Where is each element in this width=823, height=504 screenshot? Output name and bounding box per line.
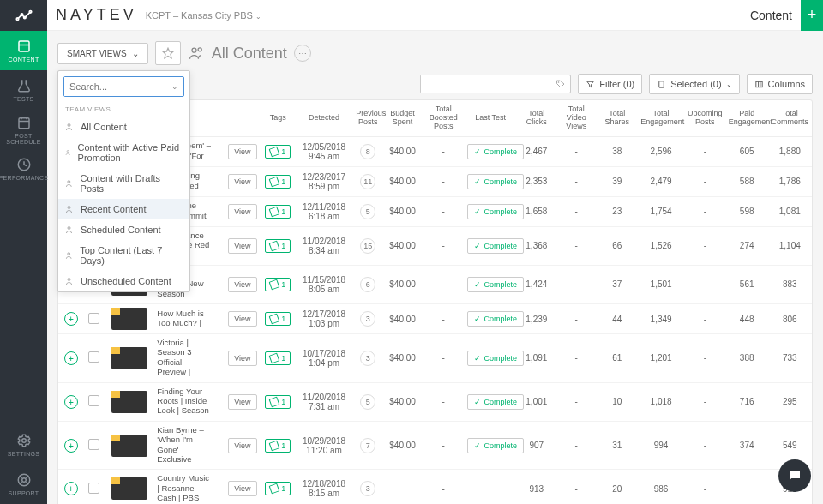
rail-label: CONTENT <box>9 57 39 63</box>
row-checkbox[interactable] <box>88 395 99 406</box>
svg-point-21 <box>68 124 70 127</box>
tag-count[interactable]: 1 <box>265 239 291 253</box>
th-com[interactable]: Total Comments <box>768 100 812 136</box>
thumbnail[interactable] <box>111 435 147 457</box>
rail-schedule[interactable]: POST SCHEDULE <box>0 110 47 149</box>
view-button[interactable]: View <box>228 277 256 292</box>
view-option[interactable]: Unscheduled Content <box>58 271 189 291</box>
view-button[interactable]: View <box>228 238 256 254</box>
topnav-content[interactable]: Content <box>750 9 792 22</box>
view-button[interactable]: View <box>228 204 256 219</box>
rail-tests[interactable]: TESTS <box>0 70 47 110</box>
rail-content[interactable]: CONTENT <box>0 31 47 70</box>
thumbnail[interactable] <box>111 347 147 369</box>
th-prev[interactable]: Previous Posts <box>353 100 382 136</box>
content-title[interactable]: Country Music | Rosanne Cash | PBS <box>157 473 212 502</box>
view-option[interactable]: Top Content (Last 7 Days) <box>58 240 189 271</box>
view-button[interactable]: View <box>228 174 256 189</box>
view-option[interactable]: Content with Drafts Posts <box>58 168 189 199</box>
tag-count[interactable]: 1 <box>265 351 291 365</box>
chat-widget[interactable] <box>778 459 811 492</box>
tag-count[interactable]: 1 <box>265 439 291 453</box>
more-menu[interactable]: ⋯ <box>294 45 311 62</box>
columns-button[interactable]: Columns <box>747 74 813 94</box>
view-button[interactable]: View <box>228 311 256 327</box>
tag-count[interactable]: 1 <box>265 205 291 219</box>
th-eng[interactable]: Total Engagement <box>638 100 684 136</box>
content-title[interactable]: Victoria | Season 3 Official Preview | <box>157 338 212 377</box>
content-search-input[interactable] <box>421 75 550 93</box>
th-video[interactable]: Total Video Views <box>556 100 596 136</box>
thumbnail[interactable] <box>111 308 147 330</box>
view-option[interactable]: Content with Active Paid Promotion <box>58 137 189 168</box>
th-boosted[interactable]: Total Boosted Posts <box>423 100 465 136</box>
tag-count[interactable]: 1 <box>265 395 291 409</box>
video-cell: - <box>556 421 596 470</box>
tag-filter-button[interactable] <box>550 75 570 93</box>
view-button[interactable]: View <box>228 351 256 366</box>
eng-cell: 1,349 <box>638 304 684 334</box>
tag-count[interactable]: 1 <box>265 278 291 291</box>
budget-cell: $40.00 <box>382 334 422 383</box>
content-title[interactable]: Kian Byrne – 'When I'm Gone' Exclusive <box>157 425 212 465</box>
th-last[interactable]: Last Test <box>465 100 517 136</box>
view-button[interactable]: View <box>228 144 256 159</box>
views-search-input[interactable] <box>64 77 166 96</box>
content-title[interactable]: How Much is Too Much? | <box>157 309 212 328</box>
th-clicks[interactable]: Total Clicks <box>517 100 556 136</box>
view-option[interactable]: Recent Content <box>58 199 189 219</box>
th-up[interactable]: Upcoming Posts <box>684 100 726 136</box>
tag-count[interactable]: 1 <box>265 312 291 326</box>
thumbnail[interactable] <box>111 477 147 500</box>
favorite-button[interactable] <box>155 41 181 65</box>
rail-performance[interactable]: PERFORMANCE <box>0 149 47 189</box>
row-checkbox[interactable] <box>88 313 99 324</box>
add-row-button[interactable]: + <box>64 482 78 495</box>
boosted-cell: - <box>423 304 465 334</box>
paid-cell: 598 <box>726 196 768 226</box>
shares-cell: 20 <box>596 470 638 504</box>
view-option[interactable]: All Content <box>58 117 189 137</box>
tag-count[interactable]: 1 <box>265 145 291 159</box>
tag-count[interactable]: 1 <box>265 482 291 495</box>
row-checkbox[interactable] <box>88 483 99 494</box>
rail-settings[interactable]: SETTINGS <box>0 425 47 465</box>
view-button[interactable]: View <box>228 481 256 496</box>
view-button[interactable]: View <box>228 394 256 410</box>
shares-cell: 37 <box>596 265 638 303</box>
org-switcher[interactable]: KCPT – Kansas City PBS ⌄ <box>146 10 261 21</box>
row-checkbox[interactable] <box>88 439 99 450</box>
th-budget[interactable]: Budget Spent <box>382 100 422 136</box>
content-title[interactable]: Finding Your Roots | Inside Look | Seaso… <box>157 387 212 416</box>
com-cell: 883 <box>768 265 812 303</box>
add-row-button[interactable]: + <box>64 312 78 326</box>
rail-support[interactable]: SUPPORT <box>0 465 47 504</box>
row-checkbox[interactable] <box>88 351 99 363</box>
th-detected[interactable]: Detected <box>295 100 353 136</box>
budget-cell: $40.00 <box>382 382 422 421</box>
th-paid[interactable]: Paid Engagement <box>726 100 768 136</box>
up-cell: - <box>684 265 726 303</box>
svg-line-16 <box>19 482 21 484</box>
add-row-button[interactable]: + <box>64 439 78 453</box>
selected-button[interactable]: Selected (0) ⌄ <box>649 74 739 94</box>
eng-cell: 986 <box>638 470 684 504</box>
svg-line-15 <box>26 482 28 484</box>
view-option[interactable]: Scheduled Content <box>58 219 189 240</box>
up-cell: - <box>684 470 726 504</box>
th-shares[interactable]: Total Shares <box>596 100 638 136</box>
th-tags[interactable]: Tags <box>261 100 295 136</box>
add-row-button[interactable]: + <box>64 395 78 409</box>
columns-icon <box>754 80 764 89</box>
eng-cell: 1,501 <box>638 265 684 303</box>
view-button[interactable]: View <box>228 438 256 453</box>
smart-views-dropdown[interactable]: SMART VIEWS ⌄ <box>57 43 148 64</box>
filter-button[interactable]: Filter (0) <box>578 74 642 94</box>
thumbnail[interactable] <box>111 391 147 413</box>
tag-count[interactable]: 1 <box>265 175 291 189</box>
chat-icon <box>787 468 802 483</box>
add-button[interactable]: + <box>801 0 823 31</box>
add-row-button[interactable]: + <box>64 351 78 365</box>
people-icon <box>65 250 75 261</box>
chevron-down-icon[interactable]: ⌄ <box>166 82 183 91</box>
